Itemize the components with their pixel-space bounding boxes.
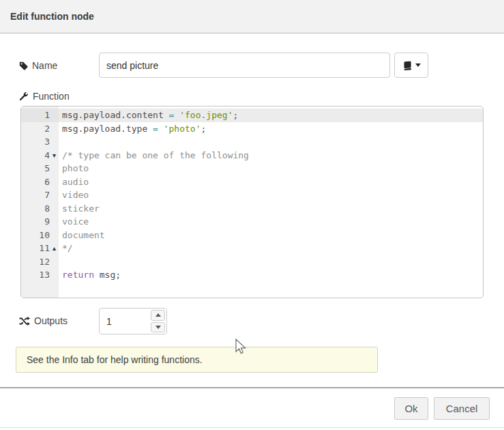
code-text: voice [59,215,483,229]
code-lines: 1msg.payload.content = 'foo.jpeg';2msg.p… [21,109,483,282]
code-text: msg.payload.type = 'photo'; [59,122,483,136]
outputs-input[interactable] [100,309,149,334]
gutter-cell: 8 [21,202,59,216]
info-tip-text: See the Info tab for help writing functi… [27,354,203,365]
code-line[interactable]: 7video [21,188,483,202]
line-number: 10 [39,229,50,242]
book-icon [402,61,412,70]
library-button[interactable] [394,53,428,78]
dialog-header: Edit function node [0,0,504,33]
cancel-button[interactable]: Cancel [434,397,490,420]
outputs-label-text: Outputs [34,315,68,326]
line-number: 13 [39,268,50,282]
gutter-cell: 13 [21,268,59,282]
fold-up-icon[interactable]: ▴ [50,242,59,255]
line-number: 8 [44,202,50,216]
code-line[interactable]: 1msg.payload.content = 'foo.jpeg'; [21,109,483,122]
gutter-cell: 4▾ [21,149,59,162]
ok-button[interactable]: Ok [394,397,428,420]
edit-function-dialog: Edit function node Name Function 1msg.pa… [0,0,504,430]
gutter-cell: 11▴ [21,242,59,255]
line-number: 9 [44,215,50,229]
line-number: 3 [44,135,50,149]
code-line[interactable]: 2msg.payload.type = 'photo'; [21,122,483,136]
code-line[interactable]: 6audio [21,175,483,189]
code-line[interactable]: 4▾/* type can be one of the following [21,149,483,162]
gutter-cell: 12 [21,255,59,269]
gutter-cell: 10 [21,229,59,242]
code-text: video [59,188,483,202]
code-text [59,135,483,149]
line-number: 7 [44,188,50,202]
name-label: Name [19,59,57,72]
name-label-text: Name [32,60,57,71]
gutter-cell: 5 [21,162,59,175]
code-text: msg.payload.content = 'foo.jpeg'; [59,109,483,122]
gutter-cell: 7 [21,188,59,202]
function-label-text: Function [33,91,70,102]
code-text: photo [59,162,483,175]
line-number: 5 [44,162,50,175]
wrench-icon [19,91,29,101]
code-text: return msg; [59,268,483,282]
bottom-divider [0,427,504,428]
code-line[interactable]: 12 [21,255,483,269]
gutter-cell: 2 [21,122,59,136]
name-input[interactable] [99,53,390,78]
code-line[interactable]: 11▴*/ [21,242,483,255]
gutter-cell: 3 [21,135,59,149]
line-number: 4 [44,149,50,162]
code-text: audio [59,175,483,189]
code-text: */ [59,242,483,255]
caret-up-icon [155,313,161,317]
gutter-cell: 9 [21,215,59,229]
code-line[interactable]: 8sticker [21,202,483,216]
code-text [59,255,483,269]
line-number: 12 [39,255,50,269]
code-line[interactable]: 9voice [21,215,483,229]
code-text: document [59,229,483,242]
code-line[interactable]: 5photo [21,162,483,175]
spinner-up-button[interactable] [151,310,165,321]
outputs-label: Outputs [19,314,68,328]
line-number: 11 [39,242,50,255]
code-editor[interactable]: 1msg.payload.content = 'foo.jpeg';2msg.p… [20,106,484,298]
info-tip: See the Info tab for help writing functi… [16,347,378,373]
line-number: 6 [44,175,50,189]
gutter-cell: 6 [21,175,59,189]
code-line[interactable]: 3 [21,135,483,149]
shuffle-icon [19,317,30,326]
code-line[interactable]: 13return msg; [21,268,483,282]
caret-down-icon [155,326,161,329]
function-label: Function [19,89,70,103]
line-number: 2 [44,122,50,136]
chevron-down-icon [415,63,421,67]
fold-down-icon[interactable]: ▾ [50,149,59,162]
footer-divider [0,387,504,388]
code-text: /* type can be one of the following [59,149,483,162]
spinner-down-button[interactable] [151,322,165,333]
code-line[interactable]: 10document [21,229,483,242]
code-text: sticker [59,202,483,216]
gutter-cell: 1 [21,109,59,122]
dialog-title: Edit function node [10,11,94,22]
tag-icon [19,61,28,70]
outputs-spinner [99,308,167,334]
line-number: 1 [44,109,50,122]
